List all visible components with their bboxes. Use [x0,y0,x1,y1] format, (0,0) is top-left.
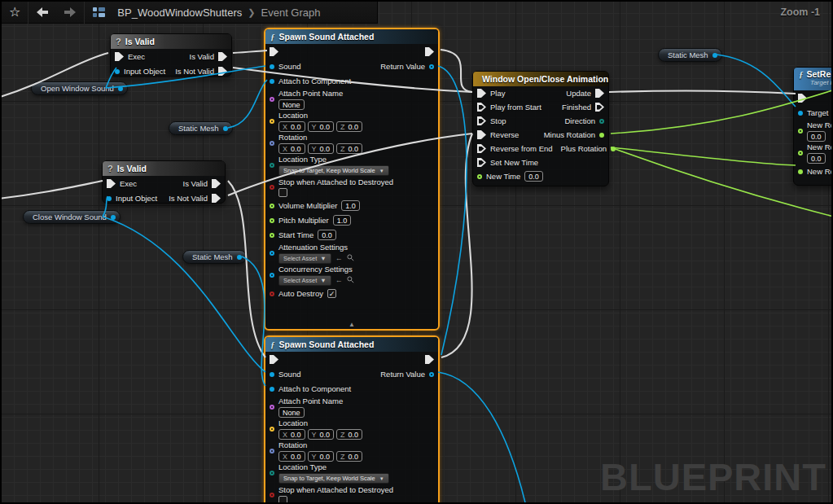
value-box[interactable]: None [278,407,305,418]
variable-pill-static-mesh-2[interactable]: Static Mesh [182,250,247,264]
select-asset-dropdown[interactable]: Select Asset▼ [278,253,331,264]
value-box[interactable]: None [278,99,305,110]
object-pin[interactable] [270,273,274,278]
node-header[interactable]: ƒ Spawn Sound Attached [265,29,438,44]
breadcrumb-blueprint-name[interactable]: BP_WoodWindowShutters [117,7,242,19]
object-pin[interactable] [223,126,228,131]
exec-pin[interactable] [595,89,604,98]
bool-pin[interactable] [270,185,274,190]
new-time-input[interactable]: 0.0 [524,171,543,182]
vector-input-z[interactable]: Z0.0 [336,451,362,462]
checkbox[interactable] [278,188,287,197]
location-type-dropdown[interactable]: Snap to Target, Keep World Scale▼ [278,473,389,484]
browse-asset-icon[interactable] [347,276,354,285]
node-header[interactable]: ƒ SetRelat Target is [794,68,831,90]
vector-input-x[interactable]: X0.0 [278,143,305,154]
vector-input-x[interactable]: X0.0 [278,121,305,132]
vector-input-z[interactable]: Z0.0 [336,429,362,440]
exec-pin[interactable] [425,47,434,56]
vector-input-z[interactable]: Z0.0 [336,143,362,154]
use-selected-asset-icon[interactable]: ← [335,255,343,262]
node-spawn-sound-attached-2[interactable]: ƒ Spawn Sound Attached SoundReturn Value… [264,335,440,502]
name-pin[interactable] [270,405,274,410]
variable-pill-open-window-sound[interactable]: Open Window Sound [31,81,128,95]
object-pin[interactable] [429,64,434,69]
vector-pin[interactable] [270,119,274,124]
object-pin[interactable] [118,86,123,91]
float-pin[interactable] [611,147,616,151]
bool-pin[interactable] [270,291,274,296]
exec-pin[interactable] [270,47,278,56]
checkbox[interactable]: ✓ [327,289,336,298]
exec-pin[interactable] [212,179,221,188]
node-timeline-window-open-close-animation[interactable]: Window Open/Close Animation Play Update … [472,71,609,186]
exec-pin[interactable] [595,103,604,112]
object-pin[interactable] [798,111,803,116]
exec-pin[interactable] [477,130,486,139]
float-pin[interactable] [599,133,604,138]
object-pin[interactable] [270,251,274,256]
float-pin[interactable] [798,169,803,174]
breadcrumb-event-graph[interactable]: Event Graph [261,7,321,19]
object-pin[interactable] [237,255,242,260]
float-pin[interactable] [477,174,482,179]
object-pin[interactable] [270,387,274,392]
node-header[interactable]: ƒ Spawn Sound Attached [265,337,438,352]
variable-pill-close-window-sound[interactable]: Close Window Sound [23,210,121,224]
exec-pin[interactable] [212,194,221,203]
object-pin[interactable] [115,69,120,74]
exec-pin[interactable] [477,103,486,112]
exec-pin[interactable] [477,158,486,167]
node-header[interactable]: ? Is Valid [111,34,231,49]
vector-input-z[interactable]: Z0.0 [336,121,362,132]
vector-input-x[interactable]: X0.0 [278,451,305,462]
rotator-pin[interactable] [270,449,274,454]
node-set-relative-rotation[interactable]: ƒ SetRelat Target is Target New Rot 0.0 [793,67,831,186]
vector-input-y[interactable]: Y0.0 [308,451,335,462]
value-box[interactable]: 0.0 [807,153,826,164]
object-pin[interactable] [429,372,434,377]
forward-button[interactable] [56,2,85,24]
vector-input-y[interactable]: Y0.0 [308,121,335,132]
exec-pin[interactable] [477,144,486,153]
enum-pin[interactable] [270,163,274,168]
exec-pin[interactable] [218,52,227,61]
enum-pin[interactable] [270,471,274,476]
float-pin[interactable] [270,204,274,208]
vector-pin[interactable] [270,427,274,432]
name-pin[interactable] [270,97,274,102]
collapse-arrow-icon[interactable]: ▲ [265,320,438,329]
use-selected-asset-icon[interactable]: ← [335,277,343,284]
node-header[interactable]: ? Is Valid [103,161,225,176]
rotator-pin[interactable] [270,141,274,146]
exec-pin[interactable] [107,179,116,188]
checkbox[interactable] [278,496,287,502]
exec-pin[interactable] [477,116,486,125]
object-pin[interactable] [111,215,116,220]
node-spawn-sound-attached-1[interactable]: ƒ Spawn Sound Attached SoundReturn Value… [264,28,440,331]
exec-pin[interactable] [798,94,807,103]
value-box[interactable]: 0.0 [807,131,826,142]
exec-pin[interactable] [270,355,278,364]
select-asset-dropdown[interactable]: Select Asset▼ [278,275,331,286]
float-pin[interactable] [798,151,803,156]
exec-pin[interactable] [218,67,227,76]
object-pin[interactable] [107,196,112,201]
browse-asset-icon[interactable] [347,254,354,263]
object-pin[interactable] [270,372,274,377]
exec-pin[interactable] [115,52,124,61]
float-pin[interactable] [270,218,274,223]
node-is-valid-1[interactable]: ? Is Valid Exec Is Valid Input Object Is… [110,33,232,77]
object-pin[interactable] [270,79,274,84]
float-pin[interactable] [270,233,274,238]
exec-pin[interactable] [425,355,434,364]
float-pin[interactable] [798,129,803,134]
bool-pin[interactable] [270,493,274,497]
value-box[interactable]: 1.0 [333,215,352,226]
graph-canvas[interactable]: BLUEPRINT ? Is Valid Exec Is Valid Input… [2,2,831,502]
exec-pin[interactable] [477,89,486,98]
enum-pin[interactable] [599,119,604,124]
variable-pill-static-mesh-1[interactable]: Static Mesh [169,121,233,135]
object-pin[interactable] [270,64,274,69]
object-pin[interactable] [712,53,717,58]
